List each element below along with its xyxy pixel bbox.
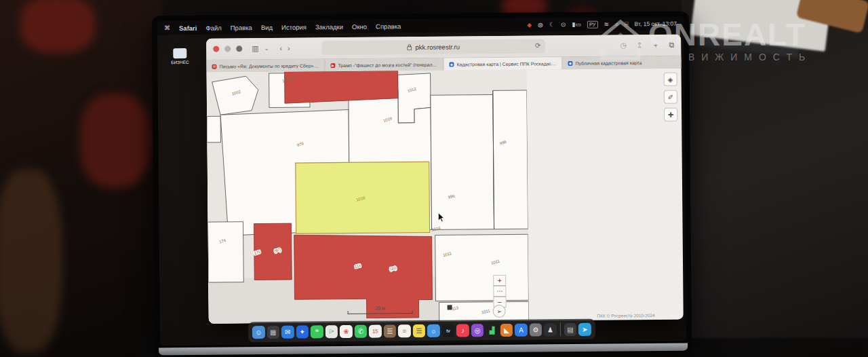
- dock-separator: [560, 322, 561, 336]
- forward-button[interactable]: ›: [288, 45, 290, 52]
- tab-title: Публичная кадастровая карта: [575, 60, 642, 66]
- laptop: ⌘ SafariФайлПравкаВидИсторияЗакладкиОкно…: [152, 12, 692, 356]
- chevron-down-icon[interactable]: ⌄: [264, 45, 269, 51]
- apple-menu-icon[interactable]: ⌘: [164, 24, 170, 31]
- tab-favicon: ◉: [568, 61, 572, 66]
- parcel-996[interactable]: [493, 90, 528, 229]
- dock-app-news[interactable]: ◣: [500, 323, 513, 336]
- tab-favicon: ◉: [449, 62, 454, 67]
- sidebar-toggle-icon[interactable]: ▥: [252, 45, 259, 52]
- menu-status-area: ◆ ◍ ☾ ⊙ ▮▭ РУ ≋ ⌕ ⌸ Вт, 15 окт. 13:07: [527, 20, 677, 29]
- share-icon[interactable]: ↥: [636, 41, 642, 49]
- dock-app-games[interactable]: ♟: [544, 323, 557, 336]
- dock-app-music[interactable]: ♪: [456, 324, 469, 337]
- new-tab-icon[interactable]: ＋: [652, 41, 659, 49]
- menu-item[interactable]: Файл: [205, 24, 221, 31]
- mouse-cursor: [438, 213, 445, 223]
- dock-app-reminders[interactable]: ☰: [413, 324, 426, 337]
- photo-of-laptop: ⌘ SafariФайлПравкаВидИсторияЗакладкиОкно…: [0, 0, 868, 357]
- dock-app-telegram[interactable]: ➤: [578, 322, 591, 335]
- antivirus-status-icon[interactable]: ◆: [527, 22, 532, 29]
- dock-app-weather[interactable]: ☼: [427, 324, 440, 337]
- dock-app-photos[interactable]: ❀: [340, 324, 353, 337]
- minimize-window-button[interactable]: [224, 45, 231, 52]
- parcel-1011[interactable]: [435, 234, 529, 301]
- browser-tab[interactable]: ◉Публичная кадастровая карта: [562, 56, 681, 70]
- control-center-icon[interactable]: ⌸: [625, 20, 629, 28]
- browser-tab[interactable]: ◉Кадастровая карта | Сервис ППК Роскадас…: [443, 57, 562, 71]
- parcel[interactable]: [207, 116, 220, 143]
- folder-icon: [173, 48, 186, 58]
- wifi-icon[interactable]: ≋: [604, 21, 610, 28]
- parcel-red-strip[interactable]: [285, 71, 398, 103]
- tab-title: Трамп -"фашист до мозга костей" (генерал…: [338, 62, 437, 67]
- my-location-button[interactable]: ➢: [493, 305, 506, 318]
- map-canvas: 10021002/2101297910199961018996101617417…: [207, 70, 529, 324]
- battery-icon[interactable]: ▮▭: [572, 21, 581, 28]
- chair-cushion: [20, 0, 95, 53]
- menu-item[interactable]: Закладки: [315, 23, 343, 31]
- spotlight-search-icon[interactable]: ⌕: [615, 20, 618, 28]
- dock-app-settings[interactable]: ⚙: [530, 323, 542, 336]
- zoom-more-button[interactable]: ⋯: [493, 286, 506, 297]
- laptop-screen: ⌘ SafariФайлПравкаВидИсторияЗакладкиОкно…: [157, 17, 686, 346]
- address-text: pkk.rosreestr.ru: [415, 43, 460, 52]
- menu-items: SafariФайлПравкаВидИсторияЗакладкиОкноСп…: [179, 22, 401, 32]
- chair-cushion: [80, 94, 151, 187]
- dock-app-contacts[interactable]: ☰: [384, 324, 397, 337]
- parcel-174[interactable]: [208, 222, 243, 282]
- parcel[interactable]: [431, 94, 494, 229]
- desktop-shortcut[interactable]: БИЗНЕС: [164, 48, 195, 64]
- desktop-shortcut-label: БИЗНЕС: [164, 60, 195, 64]
- reload-icon[interactable]: ⟳: [535, 41, 540, 49]
- tab-overview-icon[interactable]: ⧉: [669, 41, 674, 49]
- menu-item[interactable]: История: [281, 23, 307, 31]
- dock-app-maps[interactable]: ⌲: [325, 325, 338, 338]
- close-window-button[interactable]: [213, 46, 219, 52]
- browser-tab[interactable]: ▶Трамп -"фашист до мозга костей" (генера…: [325, 58, 443, 72]
- back-button[interactable]: ‹: [279, 45, 282, 52]
- dock-app-finder[interactable]: ☺: [252, 326, 265, 339]
- input-language-badge[interactable]: РУ: [587, 20, 598, 28]
- downloads-icon[interactable]: ◷: [620, 41, 627, 49]
- menu-clock[interactable]: Вт, 15 окт. 13:07: [635, 20, 677, 28]
- macos-menu-bar: ⌘ SafariФайлПравкаВидИсторияЗакладкиОкно…: [157, 17, 684, 35]
- tab-favicon: ✉: [212, 64, 216, 69]
- address-bar[interactable]: pkk.rosreestr.ru ⟳: [321, 39, 545, 55]
- app-status-icon[interactable]: ◍: [538, 21, 543, 28]
- do-not-disturb-icon[interactable]: ☾: [549, 21, 555, 28]
- dock-app-mail[interactable]: ✉: [281, 325, 294, 338]
- dock-app-files[interactable]: ▤: [564, 323, 577, 336]
- zoom-window-button[interactable]: [236, 45, 242, 52]
- menu-item[interactable]: Safari: [179, 24, 197, 31]
- safari-window: ▥ ⌄ ‹ › pkk.rosreestr.ru ⟳ ◷ ↥: [206, 35, 684, 324]
- dock-app-stocks[interactable]: ▟: [486, 324, 498, 337]
- record-status-icon[interactable]: ⊙: [561, 21, 566, 28]
- tab-favicon: ▶: [330, 63, 335, 68]
- browser-tab[interactable]: ✉Письмо «Re: Документы по кредиту Сбер» …: [206, 59, 325, 73]
- dock-app-safari[interactable]: ✦: [296, 325, 309, 338]
- macos-dock: ☺▦✉✦❝⌲❀✆15☰≡☰☼tv♪◎▟◣A⚙♟▤➤: [248, 319, 595, 342]
- zoom-in-button[interactable]: +: [493, 275, 506, 286]
- dock-app-launchpad[interactable]: ▦: [267, 325, 279, 338]
- tab-title: Письмо «Re: Документы по кредиту Сбер» —…: [219, 63, 319, 69]
- dock-app-notes[interactable]: ≡: [398, 324, 411, 337]
- menu-item[interactable]: Правка: [231, 24, 252, 31]
- dock-app-facetime[interactable]: ✆: [355, 324, 368, 337]
- dock-app-podcasts[interactable]: ◎: [471, 324, 484, 337]
- dock-app-calendar[interactable]: 15: [369, 324, 382, 337]
- menu-item[interactable]: Справка: [376, 22, 401, 30]
- cadastral-map[interactable]: 10021002/2101297910199961018996101617417…: [207, 70, 529, 324]
- menu-item[interactable]: Вид: [261, 23, 273, 31]
- lock-icon: [407, 44, 412, 50]
- tab-title: Кадастровая карта | Сервис ППК Роскадаст…: [456, 61, 556, 67]
- page-content: ☰ Участки ▾ 67:27:20802:1018 ✕ Земельный…: [207, 69, 684, 324]
- dock-app-app-store[interactable]: A: [515, 323, 528, 336]
- dock-app-tv[interactable]: tv: [442, 324, 455, 337]
- menu-item[interactable]: Окно: [352, 22, 367, 30]
- dock-app-messages[interactable]: ❝: [311, 325, 323, 338]
- map-scale-bar: 20 м: [348, 305, 413, 314]
- chair-wood-frame: [0, 170, 62, 353]
- toolbar-right-icons: ◷ ↥ ＋ ⧉: [620, 41, 675, 50]
